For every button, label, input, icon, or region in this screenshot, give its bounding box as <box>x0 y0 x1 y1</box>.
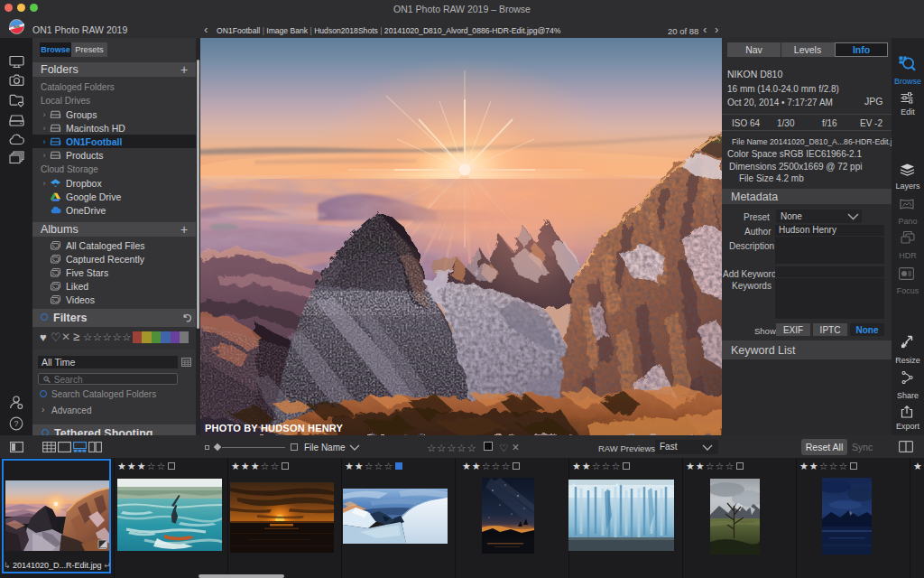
svg-text:PHOTO BY HUDSON HENRY: PHOTO BY HUDSON HENRY <box>205 423 344 434</box>
svg-text:?: ? <box>14 419 18 428</box>
svg-text:ON1: ON1 <box>14 25 20 29</box>
